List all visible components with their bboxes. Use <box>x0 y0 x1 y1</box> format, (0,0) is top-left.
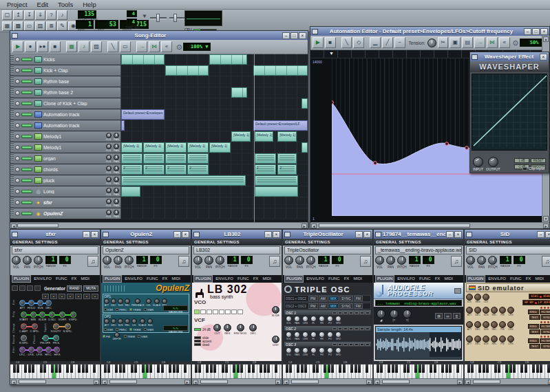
fl-knob[interactable]: FL <box>310 316 317 325</box>
sus-knob[interactable]: SUS <box>483 307 489 316</box>
piano-key-black[interactable] <box>525 364 527 373</box>
track-name[interactable]: Rythm base <box>43 79 120 84</box>
trem-checkbox[interactable]: TREM <box>124 335 135 338</box>
lvl-knob[interactable]: LVL <box>146 298 151 307</box>
piano-key-black[interactable] <box>225 364 228 373</box>
tab-fx[interactable]: FX <box>525 276 533 282</box>
tab-envlfo[interactable]: ENV/LFO <box>305 276 326 282</box>
plugin-triple-titlebar[interactable]: TripleOscillator–× <box>283 230 372 239</box>
track-activity-led[interactable] <box>21 179 32 182</box>
piano-key-black[interactable] <box>388 364 390 373</box>
mod-fm-button[interactable]: FM <box>354 303 363 309</box>
track-activity-led[interactable] <box>21 168 32 171</box>
vol-knob[interactable]: VOL <box>286 331 292 340</box>
piano-key-black[interactable] <box>104 364 107 373</box>
master-volume-slider[interactable] <box>150 13 167 23</box>
fx-channel-display[interactable]: 0FX <box>332 256 343 268</box>
track-mute-button[interactable] <box>15 112 20 117</box>
vscroll-up-arrow[interactable]: ▲ <box>543 36 549 42</box>
pan-knob[interactable] <box>114 188 119 193</box>
plugin-lb302-titlebar[interactable]: LB302–× <box>192 230 282 239</box>
env-mod-knob[interactable]: ENV MOD <box>234 324 247 335</box>
pitch-range-display[interactable]: 1RANGE <box>409 256 421 268</box>
piano-key-black[interactable] <box>313 364 315 373</box>
stop-button[interactable]: ■ <box>325 37 336 48</box>
pattern-segment[interactable]: [Melody 1] <box>255 131 274 142</box>
tab-func[interactable]: FUNC <box>145 276 160 282</box>
pw-knob[interactable]: PW <box>499 321 506 331</box>
plugin-triple-minimize-button[interactable]: – <box>355 231 363 238</box>
vibr-checkbox[interactable]: VIBR <box>138 335 147 338</box>
master-pitch-slider-handle[interactable] <box>173 14 177 22</box>
wave-shape-button[interactable] <box>360 343 364 346</box>
explosion-button[interactable]: • <box>59 294 65 299</box>
piano-key-black[interactable] <box>297 364 299 373</box>
play-button[interactable]: ▶ <box>12 41 23 52</box>
dist-knob[interactable]: DIST <box>272 336 279 347</box>
dec-knob[interactable]: DEC <box>111 318 116 327</box>
plugin-opulenz-hscroll-thumb[interactable] <box>109 380 137 384</box>
midi-button[interactable]: ♫ <box>451 256 462 267</box>
perc-checkbox[interactable]: PERC <box>116 308 127 312</box>
ring-button[interactable]: RING <box>528 324 539 329</box>
track-grip[interactable] <box>10 186 14 197</box>
vol-knob[interactable]: VOL <box>375 256 384 269</box>
track-vol-knob[interactable]: VOL <box>106 166 112 174</box>
track-name[interactable]: Long <box>43 189 106 194</box>
track-header[interactable]: chordsVOLPAN <box>10 164 121 175</box>
vol-knob[interactable] <box>106 210 112 215</box>
fr-knob[interactable]: FR <box>319 347 325 356</box>
pattern-segment[interactable]: 2 <box>187 164 209 175</box>
vol-knob[interactable]: VOL <box>103 256 112 269</box>
tension-knob[interactable] <box>427 39 436 47</box>
pattern-segment[interactable]: [Melody 1] <box>165 142 187 153</box>
piano-key-black[interactable] <box>267 364 270 373</box>
filter-button[interactable]: FILTER <box>540 309 550 314</box>
vol-knob[interactable] <box>106 188 112 193</box>
sync-button[interactable]: SYNC <box>541 344 550 349</box>
piano-key-black[interactable] <box>195 364 198 373</box>
track-header[interactable]: Melody1VOLPAN <box>10 142 121 153</box>
plugin-sfxr-hscroll-thumb[interactable] <box>19 380 46 384</box>
track-grip[interactable] <box>10 142 14 153</box>
bb-pattern[interactable] <box>231 87 247 98</box>
sus-knob[interactable]: SUS <box>37 300 43 309</box>
tab-midi[interactable]: MIDI <box>533 276 545 282</box>
waveshaper-graph[interactable] <box>472 74 547 151</box>
pattern-segment[interactable]: [Melody 1] <box>187 142 209 153</box>
piano-key-black[interactable] <box>32 364 34 373</box>
tab-midi[interactable]: MIDI <box>443 276 454 282</box>
wave-shape-button[interactable] <box>366 327 370 330</box>
track-activity-led[interactable] <box>21 190 32 193</box>
piano-key-black[interactable] <box>55 364 58 373</box>
track-mute-button[interactable] <box>15 134 20 139</box>
record-accompany-button[interactable]: ▸● <box>37 41 48 52</box>
wave-shape-button[interactable] <box>366 312 370 314</box>
wave-shape-button[interactable] <box>355 312 359 314</box>
pattern-segment[interactable] <box>121 186 140 197</box>
piano-keyboard[interactable] <box>283 364 372 378</box>
lpc-knob[interactable]: LP.C. <box>19 347 26 356</box>
automation-node[interactable] <box>374 162 377 165</box>
time-display-min[interactable]: 1 <box>76 20 94 29</box>
muta-button[interactable]: MUTA <box>83 285 98 292</box>
piano-key-black[interactable] <box>355 364 357 373</box>
cut-knob[interactable]: CUT <box>213 324 221 335</box>
discrete-progression-button[interactable]: ▁ <box>370 37 381 48</box>
song-editor-close-button[interactable]: × <box>299 32 306 39</box>
wave-shape-button[interactable] <box>332 343 337 346</box>
tab-midi[interactable]: MIDI <box>170 276 182 282</box>
track-grip[interactable] <box>10 65 14 76</box>
pattern-segment[interactable]: 2 <box>143 164 165 175</box>
piano-key-black[interactable] <box>532 364 535 373</box>
track-activity-led[interactable] <box>21 69 32 72</box>
wave-shape-button[interactable] <box>349 312 353 314</box>
plugin-opulenz-hscroll[interactable]: ◄► <box>101 378 191 384</box>
piano-key-black[interactable] <box>237 364 240 373</box>
piano-key-black[interactable] <box>43 364 46 373</box>
pan-knob[interactable]: PAN <box>294 347 300 356</box>
track-timeline[interactable] <box>121 186 308 197</box>
tab-func[interactable]: FUNC <box>54 276 69 282</box>
mod-fm-button[interactable]: FM <box>354 296 363 301</box>
wave-shape-button[interactable] <box>360 312 364 314</box>
